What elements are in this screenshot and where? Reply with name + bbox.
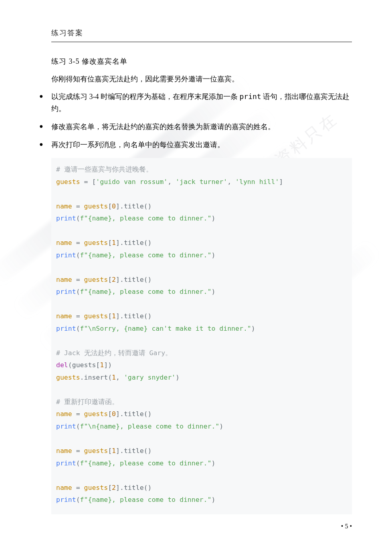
exercise-heading: 练习 3-5 修改嘉宾名单 — [51, 57, 352, 66]
code-block: # 邀请一些嘉宾与你共进晚餐。 guests = ['guido van ros… — [51, 158, 352, 514]
intro-paragraph: 你刚得知有位嘉宾无法赴约，因此需要另外邀请一位嘉宾。 — [51, 73, 352, 85]
list-item: 再次打印一系列消息，向名单中的每位嘉宾发出邀请。 — [39, 139, 352, 151]
bullet-list: 以完成练习 3-4 时编写的程序为基础，在程序末尾添加一条 print 语句，指… — [39, 91, 352, 151]
exercise-title: 修改嘉宾名单 — [82, 57, 127, 65]
list-item: 修改嘉宾名单，将无法赴约的嘉宾的姓名替换为新邀请的嘉宾的姓名。 — [39, 121, 352, 133]
page-number: • 5 • — [341, 523, 352, 530]
inline-code: print — [240, 92, 261, 101]
running-header: 练习答案 — [51, 28, 352, 42]
page-content: 练习答案 练习 3-5 修改嘉宾名单 你刚得知有位嘉宾无法赴约，因此需要另外邀请… — [0, 0, 392, 514]
list-item: 以完成练习 3-4 时编写的程序为基础，在程序末尾添加一条 print 语句，指… — [39, 91, 352, 115]
exercise-label-prefix: 练习 — [51, 57, 69, 65]
exercise-number: 3-5 — [69, 57, 80, 65]
